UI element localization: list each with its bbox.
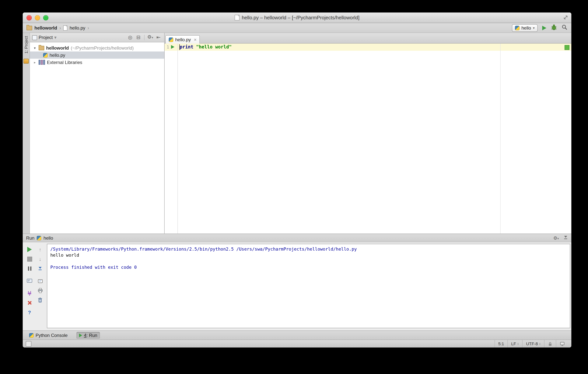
run-icon [79, 333, 82, 337]
resize-grip-icon[interactable] [563, 15, 568, 21]
run-console-region: ? ↑ ↓ [23, 242, 571, 331]
project-view-selector[interactable]: Project [39, 35, 53, 40]
tool-window-switcher-icon[interactable] [26, 341, 32, 347]
highlighting-level-widget[interactable] [556, 340, 568, 348]
bookmark-icon[interactable] [23, 59, 29, 64]
code-editor[interactable]: 1 print "hello world" [165, 43, 571, 234]
tree-row-external-libraries[interactable]: ▸ External Libraries [30, 59, 164, 66]
pause-output-button[interactable] [26, 265, 32, 271]
lock-icon [548, 341, 552, 346]
right-margin-guide [500, 43, 501, 234]
print-button[interactable] [37, 287, 43, 293]
chevron-down-icon: ▾ [533, 26, 535, 30]
debug-button[interactable] [551, 24, 557, 32]
run-tool-window-button[interactable]: 4: Run [76, 332, 100, 339]
line-separator: LF [511, 342, 516, 346]
window-title: hello.py – helloworld – [~/PycharmProjec… [242, 15, 359, 21]
attach-debugger-button[interactable] [26, 290, 32, 296]
python-file-icon [43, 53, 48, 57]
updown-icon: ↕ [539, 342, 541, 346]
tree-row-helloworld[interactable]: ▾ helloworld (~/PycharmProjects/hellowor… [30, 44, 164, 52]
restore-layout-button[interactable] [37, 278, 43, 284]
gear-icon: ⚙ [553, 235, 557, 241]
divider [144, 35, 145, 40]
settings-gear-button[interactable]: ⚙▾ [147, 34, 154, 41]
chevron-icon: › [88, 25, 89, 31]
question-mark-icon: ? [28, 310, 31, 315]
python-console-label: Python Console [36, 332, 68, 338]
console-line: hello world [50, 252, 567, 258]
chevron-icon: › [59, 25, 61, 31]
project-tool-window: Project ▾ ◎ ⊟ ⚙▾ ⇤ ▾ helloworld (~/Pycha… [30, 33, 165, 234]
folder-icon [26, 26, 32, 30]
hide-tool-window-button[interactable] [563, 235, 568, 241]
rerun-button[interactable] [26, 246, 32, 253]
run-label-rest: : Run [86, 332, 97, 338]
breadcrumb-helloworld[interactable]: helloworld [34, 25, 57, 31]
zoom-window-button[interactable] [43, 15, 48, 20]
show-console-button[interactable] [26, 278, 32, 284]
minimize-window-button[interactable] [35, 15, 40, 20]
inspection-status-marker[interactable] [565, 45, 569, 50]
tab-label: hello.py [175, 37, 191, 42]
collapse-all-button[interactable]: ⊟ [135, 34, 142, 41]
tree-node-label: hello.py [50, 53, 65, 58]
navigation-bar: helloworld › hello.py › hello ▾ [23, 23, 571, 33]
python-file-icon [169, 37, 173, 42]
readonly-lock-widget[interactable] [544, 340, 556, 348]
tool-window-bar: Python Console 4: Run [23, 331, 571, 340]
chevron-down-icon: ▾ [557, 237, 559, 240]
code-keyword: print [180, 44, 193, 50]
collapse-icon[interactable]: ▸ [33, 60, 37, 64]
search-icon[interactable] [562, 24, 567, 32]
tree-row-hello-py[interactable]: hello.py [30, 52, 164, 59]
close-window-button[interactable] [26, 15, 32, 20]
project-view-icon [32, 35, 37, 40]
expand-icon[interactable]: ▾ [33, 46, 37, 50]
run-tab-label: 4: Run [84, 332, 97, 338]
text-caret [179, 44, 180, 50]
screen: hello.py – helloworld – [~/PycharmProjec… [0, 0, 588, 374]
folder-icon [39, 46, 44, 50]
console-output[interactable]: /System/Library/Frameworks/Python.framew… [47, 244, 570, 328]
caret-position-widget[interactable]: 5:1 [494, 340, 507, 348]
line-separator-widget[interactable]: LF↕ [507, 340, 522, 348]
hide-panel-button[interactable]: ⇤ [155, 34, 162, 41]
caret-position: 5:1 [498, 342, 504, 346]
tree-node-label: External Libraries [47, 60, 82, 65]
encoding-widget[interactable]: UTF-8↕ [522, 340, 544, 348]
run-config-name: hello [43, 235, 53, 241]
run-configuration-label: hello [521, 25, 531, 31]
up-stack-trace-button[interactable]: ↑ [37, 246, 43, 253]
clear-console-button[interactable] [37, 297, 43, 303]
close-tab-icon[interactable]: × [194, 37, 197, 42]
tool-window-stripe: 1: Project [23, 33, 30, 234]
gear-icon: ⚙ [147, 34, 152, 40]
run-configuration-select[interactable]: hello ▾ [512, 24, 538, 32]
close-tool-window-button[interactable] [26, 300, 32, 306]
breadcrumb-label: helloworld [34, 25, 57, 31]
code-space [193, 44, 196, 50]
pycharm-window: hello.py – helloworld – [~/PycharmProjec… [23, 12, 571, 348]
console-toolbar-col-1: ? [26, 246, 32, 331]
main-area: 1: Project Project ▾ ◎ ⊟ ⚙▾ ⇤ ▾ [23, 33, 571, 234]
stop-button[interactable] [26, 256, 32, 262]
python-console-button[interactable]: Python Console [26, 332, 70, 339]
tab-hello-py[interactable]: hello.py × [165, 35, 200, 43]
window-controls [26, 12, 48, 23]
toolbar-right: hello ▾ [512, 24, 567, 32]
console-line [50, 258, 567, 264]
tree-node-path: (~/PycharmProjects/helloworld) [71, 45, 134, 51]
scroll-to-end-button[interactable] [37, 265, 43, 271]
down-stack-trace-button[interactable]: ↓ [37, 256, 43, 262]
settings-gear-button[interactable]: ⚙▾ [553, 235, 559, 241]
locate-file-button[interactable]: ◎ [127, 34, 134, 41]
breadcrumb-hello-py[interactable]: hello.py [70, 25, 85, 31]
window-title-area: hello.py – helloworld – [~/PycharmProjec… [235, 15, 359, 21]
run-line-icon[interactable] [171, 45, 174, 49]
run-button[interactable] [542, 26, 546, 30]
python-icon [515, 26, 520, 30]
project-stripe-button[interactable]: 1: Project [24, 36, 28, 53]
chevron-down-icon: ▾ [54, 35, 57, 40]
help-button[interactable]: ? [26, 309, 32, 315]
